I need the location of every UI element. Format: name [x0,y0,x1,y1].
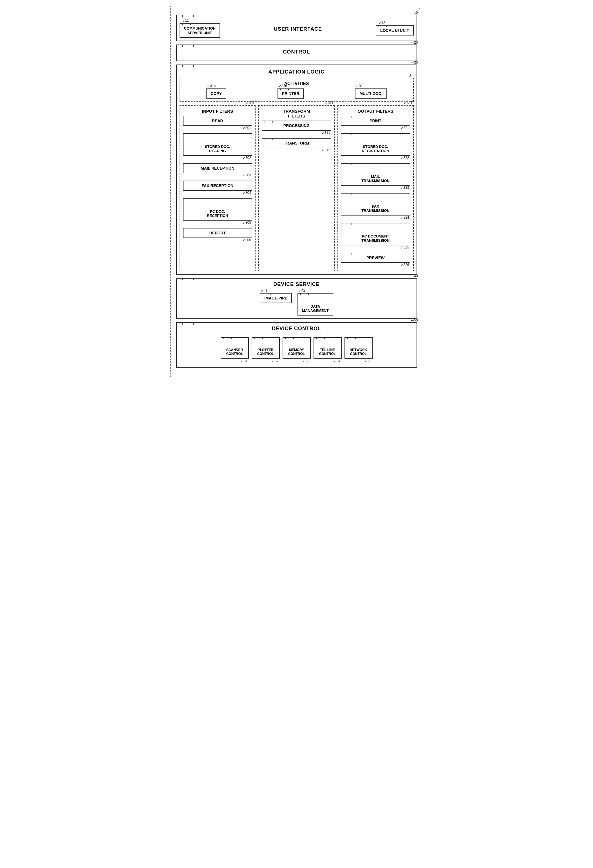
app-logic-title: APPLICATION LOGIC [180,69,414,75]
network-control-container: NETWORK CONTROL ↙55 [344,337,372,359]
fax-reception-item: FAX RECEPTION ↙304 [183,181,252,191]
network-control-ref: ↙55 [365,359,371,363]
output-filters-title: OUTPUT FILTERS [341,109,411,114]
stored-doc-reg-tab [344,133,352,135]
data-management-ref: ↙42 [299,288,305,292]
data-management-box: DATA MANAGEMENT [297,293,333,316]
ui-section-inner: ↙11 COMMUNICATION SERVER UNIT USER INTER… [180,18,414,38]
control-section: —20 CONTROL [176,44,417,61]
device-control-title: DEVICE CONTROL [180,326,414,332]
memory-control-box: MEMORY CONTROL [283,337,311,359]
stored-doc-registration-item: STORED DOC. REGISTRATION ↙322 [341,133,411,156]
tel-line-control-ref: ↙54 [334,359,340,363]
copy-tab [209,89,217,90]
ui-title: USER INTERFACE [226,26,370,32]
application-logic-section: —30 APPLICATION LOGIC - - -31 ACTIVITIES… [176,65,417,275]
tel-line-control-label: TEL LINE CONTROL [319,348,336,356]
app-logic-tab [182,65,194,67]
filters-row: ↙301 INPUT FILTERS READ ↙301 STORED DOC.… [180,105,414,271]
pc-doc-transmission-item: PC DOCUMENT TRANSMISSION ↙325 [341,223,411,245]
transform-item: TRANSFORM ↙312 [262,138,331,148]
network-control-box: NETWORK CONTROL [344,337,372,359]
processing-label: PROCESSING [283,123,310,128]
printer-tab [280,89,289,90]
stored-doc-registration-label: STORED DOC. REGISTRATION [362,145,389,153]
pc-doc-transmission-label: PC DOCUMENT TRANSMISSION [361,234,390,242]
mail-reception-tab [186,163,194,165]
copy-box: COPY [206,89,226,99]
device-control-section: —50 DEVICE CONTROL SCANNER CONTROL ↙51 P… [176,322,417,368]
activities-row: ↙31a COPY ↙31b PRINTER ↙31c [183,89,411,99]
data-management-tab [300,293,309,295]
ui-ref: —10 [411,11,418,15]
memory-control-ref: ↙53 [303,359,309,363]
device-service-section: —40 DEVICE SERVICE ↙41 IMAGE PIPE ↙42 DA… [176,278,417,319]
transform-box: TRANSFORM [262,138,331,148]
network-control-tab [347,337,356,339]
pc-doc-reception-box: PC DOC. RECEPTION [183,198,252,221]
print-tab [344,116,352,118]
pc-doc-reception-item: PC DOC. RECEPTION ↙305 [183,198,252,221]
scanner-control-box: SCANNER CONTROL [221,337,249,359]
multidoc-box: MULTI-DOC. [355,89,387,99]
communication-server-label: COMMUNICATION SERVER UNIT [184,26,216,35]
read-box: READ [183,116,252,126]
mail-transmission-ref: ↙323 [400,186,409,190]
plotter-control-tab [255,337,263,339]
mail-transmission-tab [344,163,352,165]
copy-activity: ↙31a COPY [206,89,226,99]
processing-tab [265,121,273,123]
printer-ref: ↙31b [279,84,287,88]
input-filters-title: INPUT FILTERS [183,109,252,114]
image-pipe-label: IMAGE PIPE [264,296,287,300]
activities-ref: - - -31 [404,74,413,78]
stored-doc-reading-tab [186,133,194,135]
fax-transmission-tab [344,193,352,195]
read-label: READ [212,119,223,123]
tel-line-control-tab [316,337,325,339]
mail-reception-ref: ↙303 [243,173,251,177]
stored-doc-registration-box: STORED DOC. REGISTRATION [341,133,411,156]
device-service-inner: ↙41 IMAGE PIPE ↙42 DATA MANAGEMENT [180,290,414,316]
pc-doc-transmission-ref: ↙325 [400,245,409,249]
printer-label: PRINTER [282,91,299,96]
plotter-control-ref: ↙52 [272,359,278,363]
plotter-control-label: PLOTTER CONTROL [257,348,274,356]
fax-transmission-box: FAX TRANSMISSION [341,193,411,216]
comm-server-ref: ↙11 [182,19,189,22]
preview-item: PREVIEW ↙326 [341,253,411,263]
processing-ref: ↙311 [322,131,330,135]
preview-label: PREVIEW [366,255,385,260]
pc-doc-reception-ref: ↙305 [243,221,251,224]
device-control-ref: —50 [411,318,418,322]
preview-ref: ↙326 [400,263,409,267]
scanner-control-ref: ↙51 [241,359,247,363]
control-ref: —20 [411,41,418,44]
memory-control-tab [285,337,294,339]
app-logic-ref: —30 [411,61,418,65]
transform-label: TRANSFORM [284,141,309,145]
local-ui-ref: ↙12 [378,21,385,25]
transform-filters-title: TRANSFORM FILTERS [262,109,331,118]
memory-control-container: MEMORY CONTROL ↙53 [283,337,311,359]
image-pipe-box: IMAGE PIPE [260,293,292,303]
copy-label: COPY [210,91,222,96]
local-ui-tab [378,25,387,27]
communication-server-box: COMMUNICATION SERVER UNIT [180,23,220,38]
stored-doc-reading-ref: ↙302 [243,156,251,160]
image-pipe-container: ↙41 IMAGE PIPE [260,293,292,316]
mail-reception-label: MAIL RECEPTION [201,166,234,170]
processing-box: PROCESSING [262,121,331,131]
stored-doc-registration-ref: ↙322 [400,156,409,160]
diagram-page: 1 —10 ↙11 COMMUNICATION SERVER UNIT USER… [170,6,423,377]
device-control-tab [182,322,194,325]
multidoc-ref: ↙31c [356,84,364,88]
local-ui-container: ↙12 LOCAL UI UNIT [376,25,413,35]
stored-doc-reading-box: STORED DOC. READING [183,133,252,156]
local-ui-label: LOCAL UI UNIT [380,28,409,32]
image-pipe-ref: ↙41 [261,288,267,292]
activities-title: ACTIVITIES [183,81,411,86]
control-tab [182,44,194,47]
report-label: REPORT [209,231,226,235]
device-service-tab [182,278,194,280]
